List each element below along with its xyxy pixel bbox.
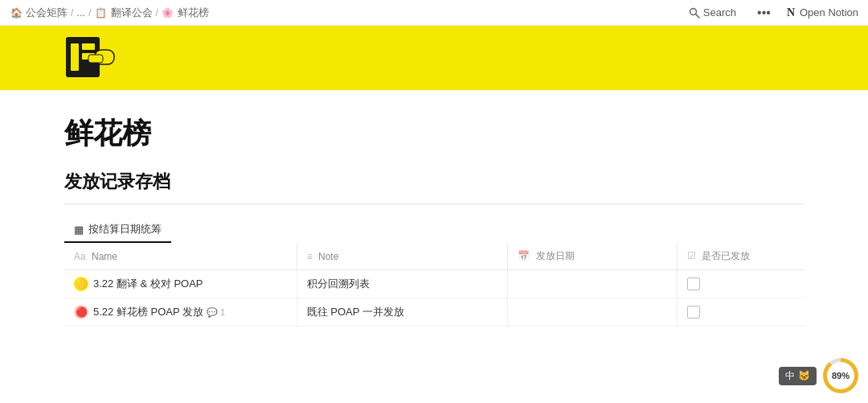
breadcrumb-label-4[interactable]: 鲜花榜 xyxy=(178,6,209,20)
row-note-2: 既往 POAP 一并发放 xyxy=(307,306,404,318)
col-header-date: 📅 发放日期 xyxy=(508,243,677,270)
svg-rect-4 xyxy=(82,43,95,50)
table-tabs: ▦ 按结算日期统筹 xyxy=(64,217,171,243)
breadcrumb-item-3[interactable]: 📋 翻译公会 xyxy=(95,6,153,20)
cell-name-1[interactable]: 🟡 3.22 翻译 & 校对 POAP xyxy=(64,270,297,298)
checkbox-unchecked-2[interactable] xyxy=(687,306,700,319)
logo-svg xyxy=(64,37,116,79)
row-note-1: 积分回溯列表 xyxy=(307,278,370,290)
checkbox-unchecked-1[interactable] xyxy=(687,278,700,290)
progress-inner: 89% xyxy=(827,362,854,389)
section-divider xyxy=(64,204,804,204)
page-title: 鲜花榜 xyxy=(64,116,804,150)
lang-label: 中 xyxy=(785,369,795,383)
cell-name-2[interactable]: 🔴 5.22 鲜花榜 POAP 发放 💬 1 xyxy=(64,298,297,327)
data-table: Aa Name ≡ Note 📅 发放日期 ☑ 是否已发放 xyxy=(64,243,804,327)
topbar: 🏠 公会矩阵 / ... / 📋 翻译公会 / 🌸 鲜花榜 Search ••• xyxy=(0,0,868,26)
col-label-note: Note xyxy=(318,251,338,262)
more-button[interactable]: ••• xyxy=(754,4,774,22)
search-label: Search xyxy=(703,6,736,19)
col-label-issued: 是否已发放 xyxy=(702,250,750,261)
breadcrumb-icon-4: 🌸 xyxy=(162,6,174,19)
more-icon: ••• xyxy=(757,6,771,19)
language-badge[interactable]: 中 🐱 xyxy=(779,367,817,385)
open-notion-label: Open Notion xyxy=(800,6,858,19)
section-title: 发放记录存档 xyxy=(64,170,804,194)
row-link-1[interactable]: 🟡 3.22 翻译 & 校对 POAP xyxy=(74,277,287,291)
table-row: 🔴 5.22 鲜花榜 POAP 发放 💬 1 既往 POAP 一并发放 xyxy=(64,298,804,327)
page-logo xyxy=(64,35,116,80)
table-tab-date[interactable]: ▦ 按结算日期统筹 xyxy=(64,217,171,243)
row-link-2[interactable]: 🔴 5.22 鲜花榜 POAP 发放 💬 1 xyxy=(74,305,287,319)
breadcrumb-sep-2: / xyxy=(88,7,91,19)
cell-note-1: 积分回溯列表 xyxy=(297,270,508,298)
col-icon-name: Aa xyxy=(74,251,86,262)
breadcrumb-label-1[interactable]: 公会矩阵 xyxy=(26,6,68,20)
cell-issued-1[interactable] xyxy=(677,270,804,298)
col-label-name: Name xyxy=(92,251,117,262)
topbar-right: Search ••• N Open Notion xyxy=(684,4,858,22)
col-header-issued: ☑ 是否已发放 xyxy=(677,243,804,270)
col-header-note: ≡ Note xyxy=(297,243,508,270)
breadcrumb-label-2[interactable]: ... xyxy=(76,6,85,19)
svg-rect-7 xyxy=(88,55,103,63)
page-banner xyxy=(0,26,868,90)
notion-icon: N xyxy=(787,6,795,19)
col-icon-issued: ☑ xyxy=(687,250,696,261)
breadcrumb-sep-3: / xyxy=(156,7,158,19)
progress-badge[interactable]: 89% xyxy=(823,358,858,393)
cell-note-2: 既往 POAP 一并发放 xyxy=(297,298,508,327)
col-label-date: 发放日期 xyxy=(536,250,575,261)
breadcrumb-icon-3: 📋 xyxy=(95,6,108,19)
search-button[interactable]: Search xyxy=(684,5,741,20)
svg-rect-3 xyxy=(71,43,79,71)
checkbox-2[interactable] xyxy=(687,306,794,319)
row-name-1: 3.22 翻译 & 校对 POAP xyxy=(93,277,203,291)
table-row: 🟡 3.22 翻译 & 校对 POAP 积分回溯列表 xyxy=(64,270,804,298)
table-tab-icon: ▦ xyxy=(74,224,84,236)
bottom-badges: 中 🐱 89% xyxy=(779,358,858,393)
breadcrumb-item-1[interactable]: 🏠 公会矩阵 xyxy=(10,6,68,20)
col-icon-date: 📅 xyxy=(518,250,530,261)
checkbox-1[interactable] xyxy=(687,278,794,290)
cell-issued-2[interactable] xyxy=(677,298,804,327)
comment-count-2: 💬 1 xyxy=(207,307,225,318)
table-header-row: Aa Name ≡ Note 📅 发放日期 ☑ 是否已发放 xyxy=(64,243,804,270)
main-content: 鲜花榜 发放记录存档 ▦ 按结算日期统筹 Aa Name ≡ Note 📅 xyxy=(0,90,868,352)
row-icon-2: 🔴 xyxy=(74,305,88,319)
open-notion-button[interactable]: N Open Notion xyxy=(787,6,858,19)
cell-date-1 xyxy=(508,270,677,298)
col-icon-note: ≡ xyxy=(307,251,313,262)
cell-date-2 xyxy=(508,298,677,327)
col-header-name: Aa Name xyxy=(64,243,297,270)
table-tab-label: 按结算日期统筹 xyxy=(88,222,162,236)
progress-label: 89% xyxy=(832,371,850,380)
breadcrumb-item-2[interactable]: ... xyxy=(76,6,85,19)
lang-icon: 🐱 xyxy=(798,370,810,381)
breadcrumb: 🏠 公会矩阵 / ... / 📋 翻译公会 / 🌸 鲜花榜 xyxy=(10,6,209,20)
breadcrumb-label-3[interactable]: 翻译公会 xyxy=(111,6,153,20)
breadcrumb-item-4[interactable]: 🌸 鲜花榜 xyxy=(162,6,209,20)
row-icon-1: 🟡 xyxy=(74,277,88,291)
breadcrumb-icon-1: 🏠 xyxy=(10,6,23,19)
row-name-2: 5.22 鲜花榜 POAP 发放 xyxy=(93,305,203,319)
breadcrumb-sep-1: / xyxy=(71,7,73,19)
svg-line-1 xyxy=(695,14,699,18)
search-icon xyxy=(689,7,700,19)
